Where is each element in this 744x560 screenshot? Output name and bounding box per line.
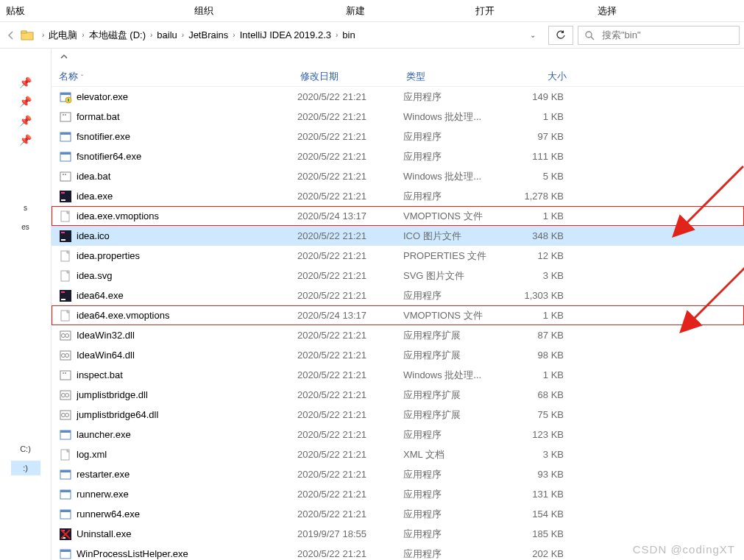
table-row[interactable]: IdeaWin64.dll2020/5/22 21:21应用程序扩展98 KB [52, 345, 744, 365]
table-row[interactable]: idea.bat2020/5/22 21:21Windows 批处理...5 K… [52, 166, 744, 186]
chevron-right-icon: › [179, 31, 187, 39]
file-size: 185 KB [514, 528, 575, 539]
file-name: launcher.exe [77, 429, 297, 440]
file-size: 154 KB [514, 508, 575, 520]
up-arrow-area[interactable] [52, 49, 744, 66]
sidebar-label[interactable]: es [18, 219, 33, 234]
file-size: 3 KB [514, 449, 575, 460]
file-icon [59, 349, 72, 362]
file-icon [59, 170, 72, 183]
table-row[interactable]: elevator.exe2020/5/22 21:21应用程序149 KB [52, 87, 744, 107]
chevron-down-icon[interactable]: ⌄ [522, 31, 543, 39]
file-type: 应用程序 [403, 190, 514, 203]
file-type: 应用程序扩展 [403, 389, 514, 402]
file-name: idea64.exe [77, 290, 297, 301]
refresh-button[interactable] [548, 26, 573, 45]
crumb-idea[interactable]: IntelliJ IDEA 2019.2.3 [238, 29, 333, 40]
svg-point-39 [65, 372, 66, 374]
svg-rect-5 [60, 93, 71, 95]
table-row[interactable]: idea.exe.vmoptions2020/5/24 13:17VMOPTIO… [52, 206, 744, 226]
table-row[interactable]: runnerw64.exe2020/5/22 21:21应用程序154 KB [52, 504, 744, 524]
header-size[interactable]: 大小 [517, 70, 578, 83]
menu-open[interactable]: 打开 [409, 4, 539, 18]
pin-icon[interactable]: 📌 [18, 132, 33, 147]
menu-clipboard[interactable]: 贴板 [3, 4, 69, 18]
table-row[interactable]: launcher.exe2020/5/22 21:21应用程序123 KB [52, 425, 744, 444]
crumb-jetbrains[interactable]: JetBrains [187, 29, 230, 40]
file-date: 2020/5/22 21:21 [297, 508, 403, 520]
header-date[interactable]: 修改日期 [300, 70, 406, 83]
menu-select[interactable]: 选择 [539, 4, 661, 18]
file-type: 应用程序 [403, 150, 514, 163]
file-icon [59, 547, 72, 561]
header-name[interactable]: 名称ˇ [59, 70, 300, 83]
header-type[interactable]: 类型 [406, 70, 517, 83]
pin-icon[interactable]: 📌 [18, 113, 33, 128]
table-row[interactable]: log.xml2020/5/22 21:21XML 文档3 KB [52, 444, 744, 464]
file-type: Windows 批处理... [403, 110, 514, 124]
svg-point-17 [65, 174, 66, 175]
breadcrumb[interactable]: › 此电脑 › 本地磁盘 (D:) › bailu › JetBrains › … [37, 26, 544, 45]
file-name: restarter.exe [77, 469, 297, 480]
file-size: 93 KB [514, 469, 575, 480]
file-name: runnerw64.exe [77, 508, 297, 520]
file-size: 123 KB [514, 429, 575, 440]
file-date: 2020/5/22 21:21 [297, 91, 403, 102]
chevron-right-icon: › [147, 31, 155, 39]
address-bar: › 此电脑 › 本地磁盘 (D:) › bailu › JetBrains › … [0, 22, 744, 49]
file-date: 2020/5/24 13:17 [297, 210, 403, 221]
sidebar-drive-d[interactable]: :) [11, 461, 40, 475]
table-row[interactable]: inspect.bat2020/5/22 21:21Windows 批处理...… [52, 365, 744, 385]
crumb-this-pc[interactable]: 此电脑 [47, 29, 79, 42]
file-size: 87 KB [514, 330, 575, 341]
table-row[interactable]: runnerw.exe2020/5/22 21:21应用程序131 KB [52, 484, 744, 504]
table-row[interactable]: idea.svg2020/5/22 21:21SVG 图片文件3 KB [52, 266, 744, 286]
file-size: 131 KB [514, 489, 575, 500]
file-type: Windows 批处理... [403, 369, 514, 382]
table-row[interactable]: IdeaWin32.dll2020/5/22 21:21应用程序扩展87 KB [52, 325, 744, 345]
table-row[interactable]: idea.properties2020/5/22 21:21PROPERTIES… [52, 246, 744, 266]
file-icon [59, 91, 72, 104]
file-name: idea64.exe.vmoptions [77, 310, 297, 321]
crumb-bailu[interactable]: bailu [155, 29, 178, 40]
svg-rect-20 [61, 199, 65, 201]
back-button[interactable] [4, 29, 18, 42]
file-name: idea.exe.vmoptions [77, 210, 297, 221]
menu-new[interactable]: 新建 [258, 4, 409, 18]
crumb-drive[interactable]: 本地磁盘 (D:) [88, 29, 147, 42]
file-icon [59, 130, 72, 143]
file-size: 149 KB [514, 91, 575, 102]
file-name: WinProcessListHelper.exe [77, 548, 297, 559]
sidebar-label[interactable]: s [18, 200, 33, 215]
file-date: 2020/5/22 21:21 [297, 409, 403, 420]
table-row[interactable]: format.bat2020/5/22 21:21Windows 批处理...1… [52, 107, 744, 127]
table-row[interactable]: idea64.exe2020/5/22 21:21应用程序1,303 KB [52, 286, 744, 305]
pin-icon[interactable]: 📌 [18, 94, 33, 109]
file-icon [59, 230, 72, 243]
file-type: 应用程序 [403, 547, 514, 561]
file-size: 1 KB [514, 369, 575, 380]
table-row[interactable]: fsnotifier.exe2020/5/22 21:21应用程序97 KB [52, 127, 744, 146]
table-row[interactable]: Uninstall.exe2019/9/27 18:55应用程序185 KB [52, 524, 744, 544]
file-date: 2020/5/22 21:21 [297, 389, 403, 400]
table-row[interactable]: jumplistbridge.dll2020/5/22 21:21应用程序扩展6… [52, 385, 744, 405]
file-icon [59, 508, 72, 521]
table-row[interactable]: jumplistbridge64.dll2020/5/22 21:21应用程序扩… [52, 405, 744, 425]
file-type: XML 文档 [403, 448, 514, 461]
file-name: log.xml [77, 449, 297, 460]
svg-rect-52 [60, 490, 71, 492]
menu-organize[interactable]: 组织 [69, 4, 258, 18]
pin-icon[interactable]: 📌 [18, 75, 33, 90]
search-input[interactable]: 搜索"bin" [578, 26, 740, 45]
crumb-bin[interactable]: bin [341, 29, 356, 40]
table-row[interactable]: fsnotifier64.exe2020/5/22 21:21应用程序111 K… [52, 146, 744, 166]
file-size: 68 KB [514, 389, 575, 400]
table-row[interactable]: idea.exe2020/5/22 21:21应用程序1,278 KB [52, 186, 744, 206]
table-row[interactable]: idea.ico2020/5/22 21:21ICO 图片文件348 KB [52, 226, 744, 246]
svg-rect-37 [60, 371, 71, 380]
svg-rect-12 [60, 132, 71, 135]
sidebar-drive-c[interactable]: C:) [18, 442, 33, 456]
table-row[interactable]: idea64.exe.vmoptions2020/5/24 13:17VMOPT… [52, 305, 744, 325]
table-row[interactable]: restarter.exe2020/5/22 21:21应用程序93 KB [52, 464, 744, 484]
file-name: IdeaWin32.dll [77, 330, 297, 341]
